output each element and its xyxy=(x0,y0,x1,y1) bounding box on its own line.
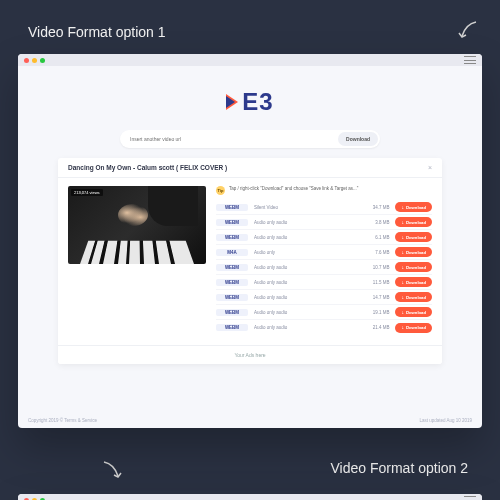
format-desc: Audio only audio xyxy=(254,220,353,225)
format-size: 3.8 MB xyxy=(359,220,389,225)
heading-option-2: Video Format option 2 xyxy=(331,460,469,476)
tip-message: Tip Tap / right-click "Download" and cho… xyxy=(216,186,432,195)
browser-window-option-2 xyxy=(18,494,482,500)
format-size: 14.7 MB xyxy=(359,295,389,300)
format-row: WEBMAudio only audio19.1 MBDownload xyxy=(216,305,432,320)
menu-icon[interactable] xyxy=(464,56,476,64)
format-size: 6.1 MB xyxy=(359,235,389,240)
download-row-button[interactable]: Download xyxy=(395,217,432,227)
format-tag: WEBM xyxy=(216,279,248,286)
download-row-button[interactable]: Download xyxy=(395,202,432,212)
footer-right: Last updated Aug 10 2019 xyxy=(419,418,472,423)
format-row: WEBMAudio only audio21.4 MBDownload xyxy=(216,320,432,335)
format-size: 19.1 MB xyxy=(359,310,389,315)
video-thumbnail[interactable]: 213,074 views xyxy=(68,186,206,335)
menu-icon[interactable] xyxy=(464,496,476,500)
format-tag: WEBM xyxy=(216,324,248,331)
format-tag: WEBM xyxy=(216,309,248,316)
download-row-button[interactable]: Download xyxy=(395,232,432,242)
format-row: WEBMAudio only audio3.8 MBDownload xyxy=(216,215,432,230)
url-input[interactable] xyxy=(130,136,338,142)
logo-mark-icon xyxy=(226,94,238,110)
window-chrome xyxy=(18,54,482,66)
heading-option-1: Video Format option 1 xyxy=(28,24,166,40)
download-row-button[interactable]: Download xyxy=(395,262,432,272)
download-row-button[interactable]: Download xyxy=(395,247,432,257)
format-tag: WEBM xyxy=(216,219,248,226)
tip-badge-icon: Tip xyxy=(216,186,225,195)
format-tag: WEBM xyxy=(216,204,248,211)
format-row: M4AAudio only7.6 MBDownload xyxy=(216,245,432,260)
format-desc: Audio only audio xyxy=(254,235,353,240)
browser-window-option-1: E3 Download Dancing On My Own - Calum sc… xyxy=(18,54,482,428)
format-size: 21.4 MB xyxy=(359,325,389,330)
arrow-down-left-icon xyxy=(456,18,480,42)
close-dot-icon[interactable] xyxy=(24,58,29,63)
download-row-button[interactable]: Download xyxy=(395,292,432,302)
format-tag: WEBM xyxy=(216,264,248,271)
format-desc: Audio only xyxy=(254,250,353,255)
views-badge: 213,074 views xyxy=(71,189,103,196)
download-button[interactable]: Download xyxy=(338,132,378,146)
format-row: WEBMAudio only audio6.1 MBDownload xyxy=(216,230,432,245)
format-size: 11.5 MB xyxy=(359,280,389,285)
format-desc: Audio only audio xyxy=(254,280,353,285)
format-size: 10.7 MB xyxy=(359,265,389,270)
maximize-dot-icon[interactable] xyxy=(40,58,45,63)
tip-text: Tap / right-click "Download" and choose … xyxy=(229,186,358,192)
logo-text: E3 xyxy=(242,88,273,116)
format-row: WEBMSilent Video34.7 MBDownload xyxy=(216,200,432,215)
format-row: WEBMAudio only audio14.7 MBDownload xyxy=(216,290,432,305)
download-row-button[interactable]: Download xyxy=(395,323,432,333)
search-bar: Download xyxy=(120,130,380,148)
format-tag: WEBM xyxy=(216,234,248,241)
format-desc: Audio only audio xyxy=(254,310,353,315)
format-tag: M4A xyxy=(216,249,248,256)
minimize-dot-icon[interactable] xyxy=(32,58,37,63)
result-card: Dancing On My Own - Calum scott ( FELIX … xyxy=(58,158,442,364)
footer-left: Copyright 2019 © Terms & Service xyxy=(28,418,97,423)
download-row-button[interactable]: Download xyxy=(395,277,432,287)
logo: E3 xyxy=(226,88,273,116)
format-desc: Audio only audio xyxy=(254,325,353,330)
footer: Copyright 2019 © Terms & Service Last up… xyxy=(28,418,472,423)
format-size: 7.6 MB xyxy=(359,250,389,255)
ad-placeholder: Your Ads here xyxy=(58,345,442,364)
format-list: Tip Tap / right-click "Download" and cho… xyxy=(216,186,432,335)
format-row: WEBMAudio only audio11.5 MBDownload xyxy=(216,275,432,290)
format-row: WEBMAudio only audio10.7 MBDownload xyxy=(216,260,432,275)
format-desc: Audio only audio xyxy=(254,295,353,300)
format-size: 34.7 MB xyxy=(359,205,389,210)
close-icon[interactable]: × xyxy=(428,164,432,171)
arrow-down-right-icon xyxy=(100,458,124,482)
format-tag: WEBM xyxy=(216,294,248,301)
download-row-button[interactable]: Download xyxy=(395,307,432,317)
format-desc: Silent Video xyxy=(254,205,353,210)
video-title: Dancing On My Own - Calum scott ( FELIX … xyxy=(68,164,227,171)
format-desc: Audio only audio xyxy=(254,265,353,270)
